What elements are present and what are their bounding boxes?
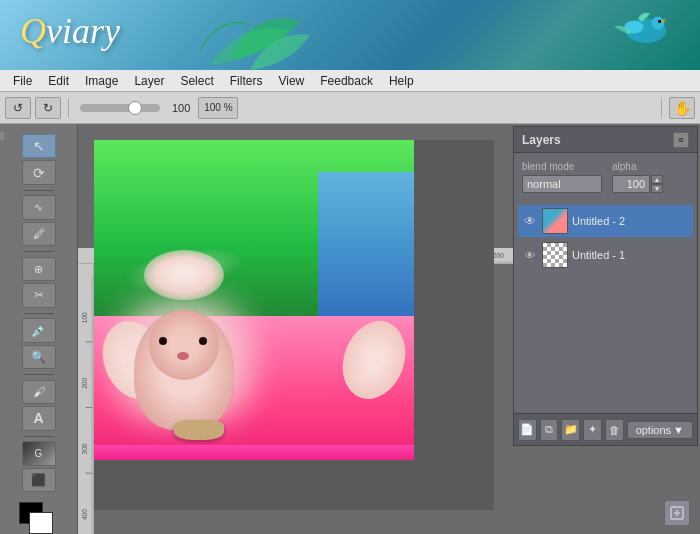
layers-options-btn[interactable]: options ▼ <box>627 421 693 439</box>
tool-fill[interactable]: ⬛ <box>22 468 56 492</box>
tool-text[interactable]: A <box>22 406 56 430</box>
layer-2-visibility[interactable]: 👁 <box>522 213 538 229</box>
alpha-col: alpha ▲ ▼ <box>612 161 663 193</box>
alpha-stepper: ▲ ▼ <box>651 175 663 193</box>
leaf-decoration <box>150 0 350 70</box>
tools-panel: ↖ ⟳ ∿ 🖉 ⊕ ✂ 💉 🔍 🖌 A G ⬛ <box>0 124 78 534</box>
blend-mode-col: blend mode normal <box>522 161 602 193</box>
alpha-decrement[interactable]: ▼ <box>651 184 663 193</box>
menu-view[interactable]: View <box>270 72 312 90</box>
svg-point-3 <box>658 20 661 23</box>
tool-select[interactable]: ↖ <box>22 134 56 158</box>
group-layers-btn[interactable]: 📁 <box>561 419 580 441</box>
tool-gradient[interactable]: G <box>22 441 56 465</box>
tools-separator-3 <box>24 313 54 314</box>
main-area: -100 0 100 200 300 400 500 |600 100 200 … <box>0 124 700 534</box>
corner-icon-svg <box>669 505 685 521</box>
svg-text:200: 200 <box>81 378 88 389</box>
layer-2-name: Untitled - 2 <box>572 215 689 227</box>
bird-icon <box>590 5 670 65</box>
menu-feedback[interactable]: Feedback <box>312 72 381 90</box>
svg-text:500: 500 <box>493 252 504 259</box>
alpha-input[interactable] <box>612 175 650 193</box>
layer-2-thumbnail <box>542 208 568 234</box>
menu-file[interactable]: File <box>5 72 40 90</box>
duplicate-layer-btn[interactable]: ⧉ <box>540 419 559 441</box>
bottom-strip <box>94 445 414 460</box>
blend-mode-label: blend mode <box>522 161 602 172</box>
svg-text:100: 100 <box>81 312 88 323</box>
menu-edit[interactable]: Edit <box>40 72 77 90</box>
hamster-eye-left <box>159 337 167 345</box>
tool-slice[interactable]: ✂ <box>22 283 56 307</box>
options-label: options <box>636 424 671 436</box>
blend-section: blend mode normal alpha ▲ ▼ <box>514 153 697 201</box>
tools-separator-5 <box>24 436 54 437</box>
alpha-increment[interactable]: ▲ <box>651 175 663 184</box>
toolbar: ↺ ↻ 100 100 % ✋ <box>0 92 700 124</box>
canvas-workspace[interactable] <box>94 140 494 510</box>
svg-point-2 <box>652 17 665 30</box>
layer-item-2[interactable]: 👁 Untitled - 2 <box>518 205 693 237</box>
layers-collapse-btn[interactable]: ≡ <box>673 132 689 148</box>
bg-blue <box>318 172 414 332</box>
tool-freeform[interactable]: 🖉 <box>22 222 56 246</box>
app-logo: Qviary <box>20 10 120 52</box>
tool-zoom-tool[interactable]: 🔍 <box>22 345 56 369</box>
layers-list: 👁 Untitled - 2 👁 Untitled - 1 <box>514 201 697 277</box>
menu-help[interactable]: Help <box>381 72 422 90</box>
options-arrow-icon: ▼ <box>673 424 684 436</box>
tool-lasso[interactable]: ∿ <box>22 195 56 219</box>
menu-image[interactable]: Image <box>77 72 126 90</box>
biscuit <box>174 420 224 440</box>
tool-rotate[interactable]: ⟳ <box>22 160 56 184</box>
menu-layer[interactable]: Layer <box>126 72 172 90</box>
menu-select[interactable]: Select <box>172 72 221 90</box>
layers-panel-header: Layers ≡ <box>514 127 697 153</box>
tool-brush[interactable]: 🖌 <box>22 380 56 404</box>
tools-separator-2 <box>24 251 54 252</box>
zoom-slider[interactable] <box>80 104 160 112</box>
toolbar-hand-btn[interactable]: ✋ <box>669 97 695 119</box>
blend-row: blend mode normal alpha ▲ ▼ <box>522 161 689 193</box>
layers-title: Layers <box>522 133 561 147</box>
layers-panel: Layers ≡ blend mode normal alpha <box>513 126 698 446</box>
layer-1-name: Untitled - 1 <box>572 249 689 261</box>
zoom-percent-btn[interactable]: 100 % <box>198 97 238 119</box>
hamster-face <box>149 310 219 380</box>
app-header: Qviary <box>0 0 700 70</box>
toolbar-separator-1 <box>68 98 69 118</box>
svg-text:300: 300 <box>81 443 88 454</box>
blend-mode-select[interactable]: normal <box>522 175 602 193</box>
photo-canvas <box>94 140 414 460</box>
new-layer-btn[interactable]: 📄 <box>518 419 537 441</box>
alpha-label: alpha <box>612 161 663 172</box>
effects-btn[interactable]: ✦ <box>583 419 602 441</box>
tools-separator-1 <box>24 190 54 191</box>
zoom-value-display: 100 <box>168 102 194 114</box>
toolbar-separator-2 <box>661 98 662 118</box>
color-swatches <box>19 502 59 534</box>
menubar: File Edit Image Layer Select Filters Vie… <box>0 70 700 92</box>
delete-layer-btn[interactable]: 🗑 <box>605 419 624 441</box>
layer-item-1[interactable]: 👁 Untitled - 1 <box>518 239 693 271</box>
tool-crop[interactable]: ⊕ <box>22 257 56 281</box>
zoom-slider-thumb <box>128 101 142 115</box>
toolbar-refresh-btn[interactable]: ↻ <box>35 97 61 119</box>
menu-filters[interactable]: Filters <box>222 72 271 90</box>
tools-separator-4 <box>24 374 54 375</box>
corner-icon[interactable] <box>664 500 690 526</box>
tool-eyedropper[interactable]: 💉 <box>22 318 56 342</box>
toolbar-back-btn[interactable]: ↺ <box>5 97 31 119</box>
hamster-nose <box>177 352 189 360</box>
tool-indicator <box>0 132 4 140</box>
background-color[interactable] <box>29 512 53 534</box>
layers-footer: 📄 ⧉ 📁 ✦ 🗑 options ▼ <box>514 413 697 445</box>
layer-1-visibility[interactable]: 👁 <box>522 247 538 263</box>
layer-1-thumbnail <box>542 242 568 268</box>
svg-text:400: 400 <box>81 509 88 520</box>
hamster-eye-right <box>199 337 207 345</box>
ruler-vertical: 100 200 300 400 <box>78 264 94 534</box>
